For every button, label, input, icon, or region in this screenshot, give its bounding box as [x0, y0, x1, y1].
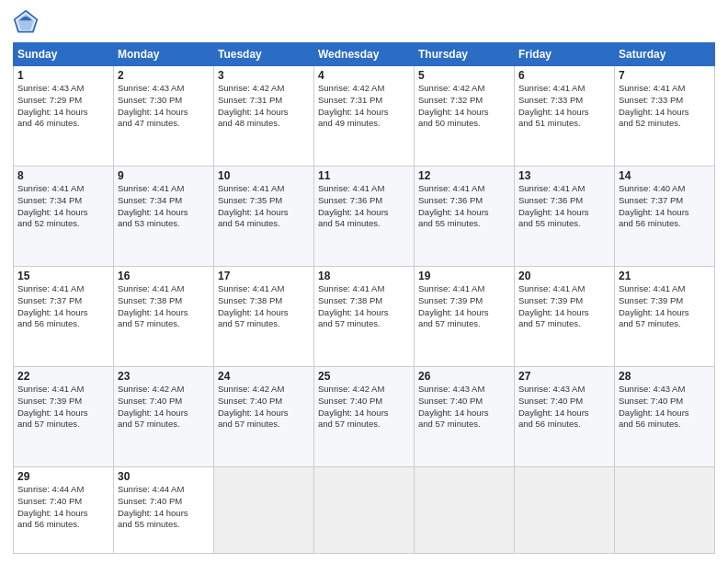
day-number: 29 [17, 470, 109, 483]
calendar-cell: 8Sunrise: 4:41 AM Sunset: 7:34 PM Daylig… [14, 166, 114, 266]
day-info: Sunrise: 4:42 AM Sunset: 7:40 PM Dayligh… [118, 384, 210, 431]
day-number: 3 [218, 69, 310, 82]
day-number: 24 [218, 370, 310, 383]
calendar-cell: 23Sunrise: 4:42 AM Sunset: 7:40 PM Dayli… [114, 366, 214, 466]
day-number: 14 [619, 169, 711, 182]
calendar-table: SundayMondayTuesdayWednesdayThursdayFrid… [13, 42, 715, 554]
day-number: 16 [118, 270, 210, 282]
col-header-tuesday: Tuesday [214, 43, 314, 66]
col-header-monday: Monday [114, 43, 214, 66]
calendar-cell: 13Sunrise: 4:41 AM Sunset: 7:36 PM Dayli… [515, 166, 615, 266]
day-info: Sunrise: 4:41 AM Sunset: 7:36 PM Dayligh… [518, 183, 610, 230]
day-info: Sunrise: 4:40 AM Sunset: 7:37 PM Dayligh… [619, 183, 711, 230]
day-number: 30 [118, 470, 210, 483]
day-info: Sunrise: 4:43 AM Sunset: 7:30 PM Dayligh… [118, 83, 210, 130]
calendar-week-row: 15Sunrise: 4:41 AM Sunset: 7:37 PM Dayli… [14, 266, 715, 366]
day-info: Sunrise: 4:43 AM Sunset: 7:40 PM Dayligh… [619, 384, 711, 431]
day-info: Sunrise: 4:41 AM Sunset: 7:35 PM Dayligh… [218, 183, 310, 230]
day-number: 12 [418, 169, 510, 182]
day-info: Sunrise: 4:42 AM Sunset: 7:32 PM Dayligh… [418, 83, 510, 130]
day-number: 20 [518, 270, 610, 282]
calendar-cell: 7Sunrise: 4:41 AM Sunset: 7:33 PM Daylig… [615, 66, 715, 167]
calendar-week-row: 8Sunrise: 4:41 AM Sunset: 7:34 PM Daylig… [14, 166, 715, 266]
calendar-cell: 3Sunrise: 4:42 AM Sunset: 7:31 PM Daylig… [214, 66, 314, 167]
calendar-cell: 9Sunrise: 4:41 AM Sunset: 7:34 PM Daylig… [114, 166, 214, 266]
calendar-cell: 25Sunrise: 4:42 AM Sunset: 7:40 PM Dayli… [314, 366, 415, 466]
day-info: Sunrise: 4:42 AM Sunset: 7:40 PM Dayligh… [218, 384, 310, 431]
day-number: 23 [118, 370, 210, 383]
day-info: Sunrise: 4:41 AM Sunset: 7:39 PM Dayligh… [518, 283, 610, 330]
day-number: 2 [118, 69, 210, 82]
col-header-saturday: Saturday [615, 43, 715, 66]
day-number: 13 [518, 169, 610, 182]
logo [13, 9, 40, 35]
day-info: Sunrise: 4:42 AM Sunset: 7:31 PM Dayligh… [318, 83, 410, 130]
day-number: 15 [17, 270, 109, 282]
calendar-cell: 11Sunrise: 4:41 AM Sunset: 7:36 PM Dayli… [314, 166, 415, 266]
calendar-cell: 17Sunrise: 4:41 AM Sunset: 7:38 PM Dayli… [214, 266, 314, 366]
calendar-cell: 22Sunrise: 4:41 AM Sunset: 7:39 PM Dayli… [14, 366, 114, 466]
day-number: 7 [619, 69, 711, 82]
day-number: 27 [518, 370, 610, 383]
header [13, 9, 715, 35]
day-info: Sunrise: 4:42 AM Sunset: 7:40 PM Dayligh… [318, 384, 410, 431]
calendar-week-row: 22Sunrise: 4:41 AM Sunset: 7:39 PM Dayli… [14, 366, 715, 466]
day-number: 4 [318, 69, 410, 82]
calendar-cell: 21Sunrise: 4:41 AM Sunset: 7:39 PM Dayli… [615, 266, 715, 366]
calendar-week-row: 29Sunrise: 4:44 AM Sunset: 7:40 PM Dayli… [14, 466, 715, 553]
day-number: 28 [619, 370, 711, 383]
day-number: 26 [418, 370, 510, 383]
day-info: Sunrise: 4:44 AM Sunset: 7:40 PM Dayligh… [118, 484, 210, 531]
day-number: 25 [318, 370, 410, 383]
day-number: 9 [118, 169, 210, 182]
logo-icon [13, 9, 39, 35]
day-number: 18 [318, 270, 410, 282]
calendar-cell: 6Sunrise: 4:41 AM Sunset: 7:33 PM Daylig… [515, 66, 615, 167]
calendar-cell: 14Sunrise: 4:40 AM Sunset: 7:37 PM Dayli… [615, 166, 715, 266]
day-number: 1 [17, 69, 109, 82]
calendar-cell: 27Sunrise: 4:43 AM Sunset: 7:40 PM Dayli… [515, 366, 615, 466]
calendar-cell: 29Sunrise: 4:44 AM Sunset: 7:40 PM Dayli… [14, 466, 114, 553]
col-header-sunday: Sunday [14, 43, 114, 66]
day-number: 5 [418, 69, 510, 82]
calendar-cell [214, 466, 314, 553]
day-number: 8 [17, 169, 109, 182]
col-header-wednesday: Wednesday [314, 43, 415, 66]
day-info: Sunrise: 4:41 AM Sunset: 7:38 PM Dayligh… [118, 283, 210, 330]
calendar-cell [615, 466, 715, 553]
calendar-cell: 26Sunrise: 4:43 AM Sunset: 7:40 PM Dayli… [415, 366, 515, 466]
calendar-cell: 19Sunrise: 4:41 AM Sunset: 7:39 PM Dayli… [415, 266, 515, 366]
calendar-cell: 4Sunrise: 4:42 AM Sunset: 7:31 PM Daylig… [314, 66, 415, 167]
calendar-cell [415, 466, 515, 553]
calendar-cell: 28Sunrise: 4:43 AM Sunset: 7:40 PM Dayli… [615, 366, 715, 466]
day-info: Sunrise: 4:41 AM Sunset: 7:39 PM Dayligh… [418, 283, 510, 330]
day-number: 21 [619, 270, 711, 282]
calendar-cell: 1Sunrise: 4:43 AM Sunset: 7:29 PM Daylig… [14, 66, 114, 167]
calendar-cell: 20Sunrise: 4:41 AM Sunset: 7:39 PM Dayli… [515, 266, 615, 366]
col-header-thursday: Thursday [415, 43, 515, 66]
day-info: Sunrise: 4:44 AM Sunset: 7:40 PM Dayligh… [17, 484, 109, 531]
calendar-cell: 24Sunrise: 4:42 AM Sunset: 7:40 PM Dayli… [214, 366, 314, 466]
col-header-friday: Friday [515, 43, 615, 66]
day-number: 6 [518, 69, 610, 82]
day-info: Sunrise: 4:41 AM Sunset: 7:38 PM Dayligh… [218, 283, 310, 330]
calendar-week-row: 1Sunrise: 4:43 AM Sunset: 7:29 PM Daylig… [14, 66, 715, 167]
page: SundayMondayTuesdayWednesdayThursdayFrid… [0, 0, 728, 563]
calendar-cell: 30Sunrise: 4:44 AM Sunset: 7:40 PM Dayli… [114, 466, 214, 553]
day-info: Sunrise: 4:41 AM Sunset: 7:33 PM Dayligh… [619, 83, 711, 130]
day-info: Sunrise: 4:41 AM Sunset: 7:34 PM Dayligh… [17, 183, 109, 230]
day-number: 22 [17, 370, 109, 383]
calendar-cell: 10Sunrise: 4:41 AM Sunset: 7:35 PM Dayli… [214, 166, 314, 266]
day-info: Sunrise: 4:41 AM Sunset: 7:39 PM Dayligh… [619, 283, 711, 330]
day-info: Sunrise: 4:41 AM Sunset: 7:39 PM Dayligh… [17, 384, 109, 431]
calendar-header-row: SundayMondayTuesdayWednesdayThursdayFrid… [14, 43, 715, 66]
calendar-cell: 15Sunrise: 4:41 AM Sunset: 7:37 PM Dayli… [14, 266, 114, 366]
day-info: Sunrise: 4:41 AM Sunset: 7:36 PM Dayligh… [418, 183, 510, 230]
calendar-cell: 12Sunrise: 4:41 AM Sunset: 7:36 PM Dayli… [415, 166, 515, 266]
calendar-cell: 18Sunrise: 4:41 AM Sunset: 7:38 PM Dayli… [314, 266, 415, 366]
calendar-cell [515, 466, 615, 553]
day-info: Sunrise: 4:41 AM Sunset: 7:33 PM Dayligh… [518, 83, 610, 130]
day-info: Sunrise: 4:41 AM Sunset: 7:34 PM Dayligh… [118, 183, 210, 230]
calendar-cell: 5Sunrise: 4:42 AM Sunset: 7:32 PM Daylig… [415, 66, 515, 167]
day-info: Sunrise: 4:43 AM Sunset: 7:40 PM Dayligh… [518, 384, 610, 431]
